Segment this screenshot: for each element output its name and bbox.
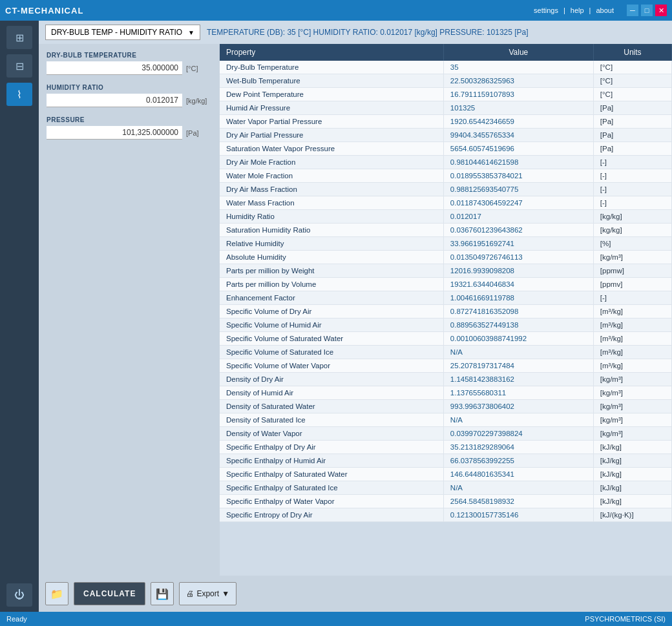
cell-12-0: Saturation Humidity Ratio [220,224,443,237]
chevron-down-icon: ▼ [188,29,194,36]
cell-33-1: 0.121300157735146 [443,508,593,522]
cell-32-0: Specific Enthalpy of Water Vapor [220,495,443,508]
content-area: DRY-BULB TEMP - HUMIDITY RATIO ▼ TEMPERA… [39,21,672,612]
table-row: Specific Enthalpy of Humid Air66.0378563… [220,454,672,468]
table-row: Specific Enthalpy of Dry Air35.213182928… [220,441,672,454]
save-button[interactable]: 💾 [151,582,174,605]
minimize-button[interactable]: ─ [627,5,638,16]
cell-25-0: Density of Saturated Water [220,400,443,413]
cell-31-0: Specific Enthalpy of Saturated Ice [220,481,443,495]
cell-14-0: Absolute Humidity [220,251,443,264]
cell-1-0: Wet-Bulb Temperature [220,74,443,88]
table-row: Wet-Bulb Temperature22.5003286325963[°C] [220,74,672,88]
cell-19-0: Specific Volume of Humid Air [220,318,443,332]
cell-0-0: Dry-Bulb Temperature [220,61,443,74]
table-row: Dew Point Temperature16.7911159107893[°C… [220,88,672,101]
cell-25-1: 993.996373806402 [443,400,593,413]
folder-button[interactable]: 📁 [45,582,68,605]
table-row: Density of Water Vapor0.0399702297398824… [220,427,672,441]
table-container[interactable]: Property Value Units Dry-Bulb Temperatur… [220,44,672,576]
cell-13-0: Relative Humidity [220,237,443,251]
export-button[interactable]: 🖨 Export ▼ [179,582,236,605]
mode-dropdown[interactable]: DRY-BULB TEMP - HUMIDITY RATIO ▼ [45,25,200,40]
sidebar-icon-table[interactable]: ⊟ [6,54,32,78]
cell-29-0: Specific Enthalpy of Humid Air [220,454,443,468]
panel-area: DRY-BULB TEMPERATURE [°C] HUMIDITY RATIO… [39,44,672,576]
cell-0-1: 35 [443,61,593,74]
cell-32-2: [kJ/kg] [593,495,671,508]
table-row: Water Mole Fraction0.0189553853784021[-] [220,169,672,183]
table-header: Property Value Units [220,44,672,61]
cell-29-2: [kJ/kg] [593,454,671,468]
window-controls: settings | help | about ─ □ ✕ [534,5,667,16]
dry-bulb-group: DRY-BULB TEMPERATURE [°C] [47,52,212,75]
top-bar: DRY-BULB TEMP - HUMIDITY RATIO ▼ TEMPERA… [39,21,672,44]
table-row: Dry Air Mass Fraction0.988125693540775[-… [220,183,672,196]
cell-27-1: 0.0399702297398824 [443,427,593,441]
close-button[interactable]: ✕ [655,5,667,16]
cell-13-2: [%] [593,237,671,251]
table-row: Specific Volume of Saturated Water0.0010… [220,332,672,346]
table-row: Water Mass Fraction0.0118743064592247[-] [220,196,672,210]
pressure-input[interactable] [47,126,182,140]
humidity-ratio-label: HUMIDITY RATIO [47,84,212,91]
status-right: PSYCHROMETRICS (SI) [585,615,666,623]
col-property: Property [220,44,443,61]
maximize-button[interactable]: □ [641,5,653,16]
table-row: Specific Enthalpy of Saturated Water146.… [220,468,672,481]
cell-3-0: Humid Air Pressure [220,101,443,115]
humidity-ratio-input[interactable] [47,94,182,107]
cell-2-1: 16.7911159107893 [443,88,593,101]
cell-23-2: [kg/m³] [593,373,671,386]
cell-22-0: Specific Volume of Water Vapor [220,359,443,373]
humidity-ratio-row: [kg/kg] [47,94,212,107]
cell-23-0: Density of Dry Air [220,373,443,386]
table-row: Specific Volume of Dry Air0.872741816352… [220,305,672,318]
table-row: Water Vapor Partial Pressure1920.6544234… [220,115,672,129]
bottom-bar: 📁 CALCULATE 💾 🖨 Export ▼ [39,576,672,612]
dry-bulb-label: DRY-BULB TEMPERATURE [47,52,212,59]
cell-12-1: 0.0367601239643862 [443,224,593,237]
cell-17-2: [-] [593,291,671,305]
table-body: Dry-Bulb Temperature35[°C]Wet-Bulb Tempe… [220,61,672,522]
table-row: Saturation Water Vapor Pressure5654.6057… [220,142,672,156]
cell-3-2: [Pa] [593,101,671,115]
table-row: Dry Air Mole Fraction0.981044614621598[-… [220,156,672,169]
menu-settings[interactable]: settings [534,6,558,14]
cell-15-0: Parts per million by Weight [220,264,443,278]
cell-24-2: [kg/m³] [593,386,671,400]
menu-help[interactable]: help [571,6,584,14]
titlebar: CT-MECHANICAL settings | help | about ─ … [0,0,672,21]
sidebar-bottom: ⏻ [6,583,32,607]
cell-30-0: Specific Enthalpy of Saturated Water [220,468,443,481]
dry-bulb-input[interactable] [47,61,182,75]
cell-15-2: [ppmw] [593,264,671,278]
cell-10-2: [-] [593,196,671,210]
cell-18-2: [m³/kg] [593,305,671,318]
calculate-button[interactable]: CALCULATE [74,582,145,605]
table-row: Specific Entropy of Dry Air0.12130015773… [220,508,672,522]
dry-bulb-row: [°C] [47,61,212,75]
sidebar-icon-chart[interactable]: ⌇ [6,83,32,106]
table-row: Parts per million by Volume19321.6344046… [220,278,672,291]
cell-31-2: [kJ/kg] [593,481,671,495]
cell-24-1: 1.137655680311 [443,386,593,400]
info-bar: TEMPERATURE (DB): 35 [°C] HUMIDITY RATIO… [207,28,529,37]
sidebar-icon-grid[interactable]: ⊞ [6,26,32,49]
table-row: Humid Air Pressure101325[Pa] [220,101,672,115]
pressure-group: PRESSURE [Pa] [47,116,212,140]
status-left: Ready [6,615,27,623]
cell-33-2: [kJ/(kg·K)] [593,508,671,522]
table-row: Specific Volume of Saturated IceN/A[m³/k… [220,346,672,359]
cell-20-0: Specific Volume of Saturated Water [220,332,443,346]
menu-about[interactable]: about [596,6,614,14]
pressure-row: [Pa] [47,126,212,140]
dry-bulb-unit: [°C] [186,65,212,72]
cell-17-1: 1.00461669119788 [443,291,593,305]
cell-8-1: 0.0189553853784021 [443,169,593,183]
cell-28-1: 35.2131829289064 [443,441,593,454]
cell-2-2: [°C] [593,88,671,101]
cell-19-2: [m³/kg] [593,318,671,332]
power-button[interactable]: ⏻ [6,583,32,607]
export-chevron-icon: ▼ [222,589,229,598]
